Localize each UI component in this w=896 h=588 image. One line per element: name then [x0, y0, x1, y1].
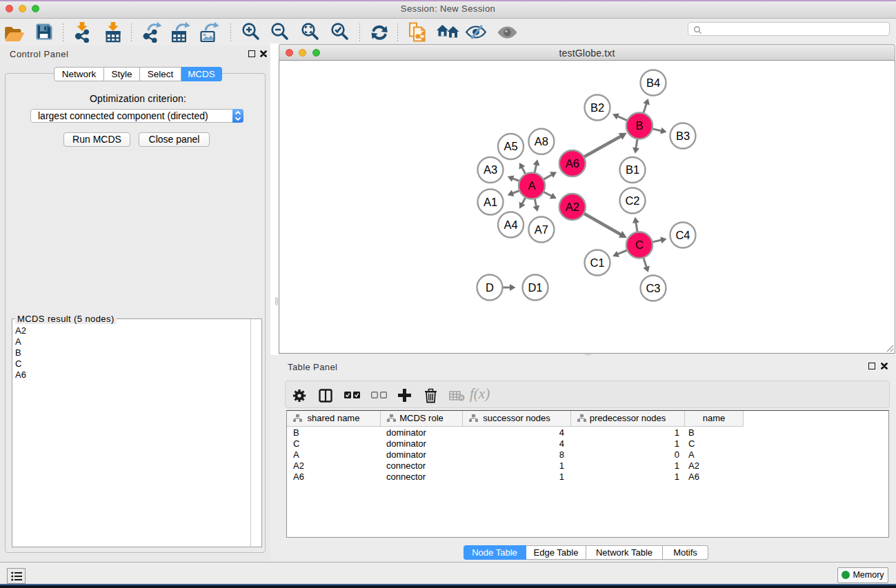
svg-text:C1: C1: [590, 256, 604, 269]
svg-text:A4: A4: [504, 219, 517, 231]
svg-text:A3: A3: [484, 163, 497, 176]
svg-text:A1: A1: [484, 196, 497, 208]
svg-text:D1: D1: [528, 281, 542, 294]
svg-text:A8: A8: [535, 135, 548, 148]
svg-text:A: A: [528, 179, 535, 192]
svg-text:C: C: [635, 239, 644, 251]
svg-text:D: D: [486, 281, 494, 294]
svg-text:A2: A2: [566, 201, 579, 213]
svg-text:B: B: [635, 119, 643, 132]
svg-text:B4: B4: [646, 77, 660, 89]
svg-text:B2: B2: [590, 101, 604, 114]
svg-text:C3: C3: [646, 282, 660, 294]
svg-text:A7: A7: [535, 223, 548, 236]
svg-text:B3: B3: [676, 130, 690, 142]
svg-text:B1: B1: [626, 163, 639, 176]
svg-text:A6: A6: [566, 157, 579, 170]
svg-text:C2: C2: [625, 194, 639, 207]
svg-text:C4: C4: [675, 229, 690, 241]
svg-text:A5: A5: [504, 140, 517, 152]
